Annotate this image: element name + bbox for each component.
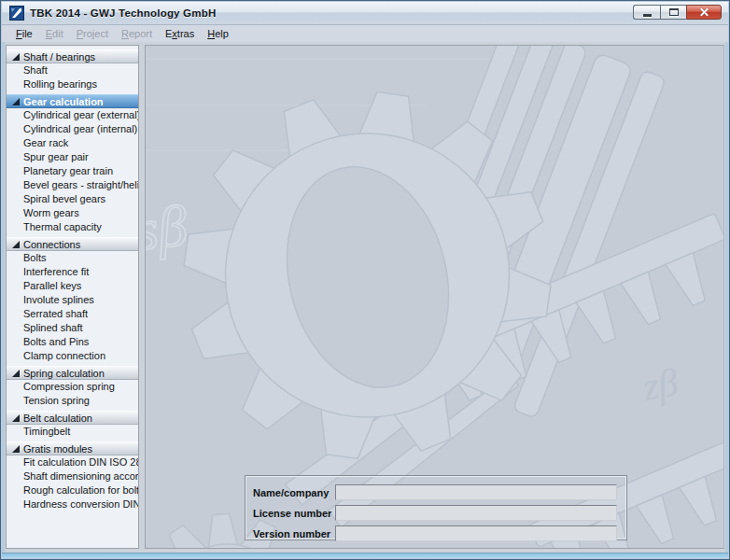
menu-help[interactable]: Help xyxy=(201,26,235,41)
sidebar-item-spur-gear-pair[interactable]: Spur gear pair xyxy=(7,150,138,164)
section-shaft-bearings: Shaft / bearings Shaft Rolling bearings xyxy=(7,49,138,91)
minimize-icon xyxy=(643,14,652,17)
sidebar-section-belt-calculation[interactable]: Belt calculation xyxy=(7,411,138,425)
sidebar-section-connections[interactable]: Connections xyxy=(7,237,138,251)
sidebar-item-spiral-bevel-gears[interactable]: Spiral bevel gears xyxy=(7,192,138,206)
version-number-input[interactable] xyxy=(335,525,617,541)
sidebar-item-involute-splines[interactable]: Involute splines xyxy=(7,293,138,307)
sidebar-section-gratis-modules[interactable]: Gratis modules xyxy=(7,441,138,455)
watermark-text-right: zβ xyxy=(639,360,681,409)
sidebar-item-compression-spring[interactable]: Compression spring xyxy=(7,380,138,394)
expander-triangle-icon xyxy=(12,241,20,248)
sidebar-item-hardness-conversion[interactable]: Hardness conversion DIN ... xyxy=(7,497,138,511)
sidebar-item-rough-calculation[interactable]: Rough calculation for bolte... xyxy=(7,483,138,497)
sidebar-item-clamp-connection[interactable]: Clamp connection xyxy=(7,349,138,363)
window-frame-bottom xyxy=(2,553,728,558)
sidebar-item-gear-rack[interactable]: Gear rack xyxy=(7,136,138,150)
section-label: Shaft / bearings xyxy=(23,51,95,63)
form-row-license-number: License number xyxy=(253,505,626,521)
section-label: Belt calculation xyxy=(23,413,92,424)
sidebar-item-bolts-and-pins[interactable]: Bolts and Pins xyxy=(7,335,138,349)
sidebar-item-planetary-gear-train[interactable]: Planetary gear train xyxy=(7,164,138,178)
license-form-panel: Name/company License number Version numb… xyxy=(245,475,627,540)
app-body: Shaft / bearings Shaft Rolling bearings … xyxy=(5,42,725,553)
sidebar-section-spring-calculation[interactable]: Spring calculation xyxy=(7,366,138,380)
sidebar-item-interference-fit[interactable]: Interference fit xyxy=(7,265,138,279)
sidebar-item-rolling-bearings[interactable]: Rolling bearings xyxy=(7,77,138,91)
sidebar-item-bolts[interactable]: Bolts xyxy=(7,251,138,265)
menu-extras[interactable]: Extras xyxy=(159,26,201,41)
application-window: TBK 2014 - GWJ Technology GmbH File Edit… xyxy=(0,0,730,560)
window-title: TBK 2014 - GWJ Technology GmbH xyxy=(30,7,216,19)
sidebar-item-serrated-shaft[interactable]: Serrated shaft xyxy=(7,307,138,321)
form-row-name-company: Name/company xyxy=(253,484,626,500)
section-label: Gear calculation xyxy=(23,96,104,107)
section-gratis-modules: Gratis modules Fit calculation DIN ISO 2… xyxy=(7,441,138,511)
menu-edit: Edit xyxy=(39,26,70,41)
main-panel: sβ zβ Name/company License number Versio… xyxy=(145,45,724,549)
form-row-version-number: Version number xyxy=(253,525,626,541)
sidebar-item-tension-spring[interactable]: Tension spring xyxy=(7,394,138,408)
sidebar-section-shaft-bearings[interactable]: Shaft / bearings xyxy=(7,49,138,63)
sidebar-item-cylindrical-gear-internal[interactable]: Cylindrical gear (internal) ... xyxy=(7,122,138,136)
expander-triangle-icon xyxy=(12,370,20,377)
maximize-button[interactable] xyxy=(660,5,686,20)
sidebar-item-fit-calculation[interactable]: Fit calculation DIN ISO 286 xyxy=(7,455,138,469)
section-belt-calculation: Belt calculation Timingbelt xyxy=(7,411,138,439)
license-number-input[interactable] xyxy=(335,505,617,521)
app-logo-icon xyxy=(9,6,24,21)
menu-file[interactable]: File xyxy=(9,26,39,41)
name-company-label: Name/company xyxy=(253,487,335,498)
sidebar-section-gear-calculation[interactable]: Gear calculation xyxy=(7,94,138,108)
gear-watermark-image: sβ zβ xyxy=(146,46,723,548)
sidebar-item-timingbelt[interactable]: Timingbelt xyxy=(7,425,138,439)
titlebar: TBK 2014 - GWJ Technology GmbH xyxy=(2,2,728,25)
expander-triangle-icon xyxy=(12,53,20,61)
version-number-label: Version number xyxy=(253,528,335,539)
minimize-button[interactable] xyxy=(633,5,660,20)
expander-triangle-icon xyxy=(12,98,20,105)
menubar: File Edit Project Report Extras Help xyxy=(2,25,728,42)
close-button[interactable] xyxy=(686,5,722,20)
expander-triangle-icon xyxy=(12,445,20,453)
section-gear-calculation: Gear calculation Cylindrical gear (exter… xyxy=(7,94,138,234)
section-spring-calculation: Spring calculation Compression spring Te… xyxy=(7,366,138,408)
menu-project: Project xyxy=(70,26,115,41)
sidebar-navigation: Shaft / bearings Shaft Rolling bearings … xyxy=(6,45,139,549)
sidebar-item-shaft-dimensioning[interactable]: Shaft dimensioning accor... xyxy=(7,469,138,483)
section-label: Spring calculation xyxy=(23,368,105,379)
license-number-label: License number xyxy=(253,508,335,519)
sidebar-item-worm-gears[interactable]: Worm gears xyxy=(7,206,138,220)
section-label: Connections xyxy=(23,239,80,250)
window-controls xyxy=(633,5,722,20)
sidebar-item-bevel-gears[interactable]: Bevel gears - straight/helical xyxy=(7,178,138,192)
sidebar-item-shaft[interactable]: Shaft xyxy=(7,63,138,77)
sidebar-item-splined-shaft[interactable]: Splined shaft xyxy=(7,321,138,335)
section-label: Gratis modules xyxy=(23,443,92,455)
name-company-input[interactable] xyxy=(335,484,617,500)
expander-triangle-icon xyxy=(12,414,20,422)
sidebar-item-cylindrical-gear-external[interactable]: Cylindrical gear (external) ... xyxy=(7,108,138,122)
watermark-text-left: sβ xyxy=(146,193,190,261)
menu-report: Report xyxy=(115,26,159,41)
section-connections: Connections Bolts Interference fit Paral… xyxy=(7,237,138,363)
close-icon xyxy=(699,7,709,18)
sidebar-item-thermal-capacity[interactable]: Thermal capacity xyxy=(7,220,138,234)
sidebar-item-parallel-keys[interactable]: Parallel keys xyxy=(7,279,138,293)
maximize-icon xyxy=(669,8,679,16)
